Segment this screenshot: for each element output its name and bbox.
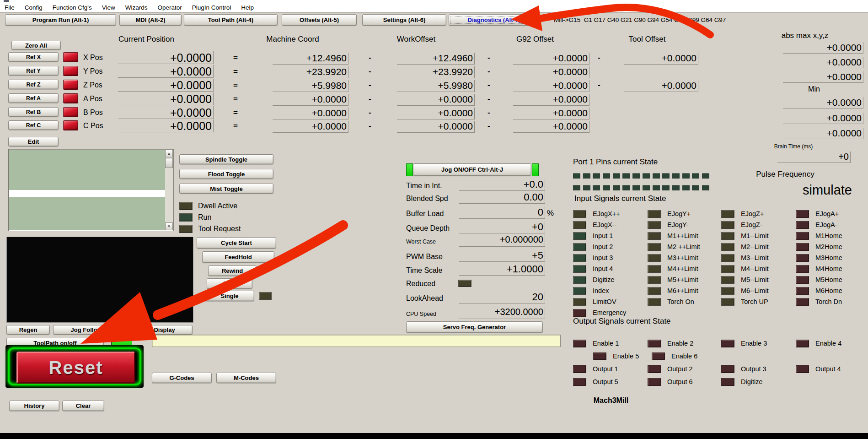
toolpath-display[interactable] [6,237,193,323]
readout-label: Time Scale [406,266,442,275]
signal-led [721,378,734,386]
listbox-scrollbar[interactable]: ▲ ▼ [165,150,173,230]
signal-led [648,287,661,295]
ref-status-led [63,93,78,103]
abs-min-x-dro: +0.0000 [783,97,863,108]
single-step-button[interactable]: Single [205,291,254,301]
machine-coord-dro[interactable]: +23.9920 [273,66,348,78]
jog-follow-button[interactable]: Jog Follow [53,325,119,335]
signal-row: M6Home [796,285,868,296]
current-position-dro[interactable]: +0.0000 [118,92,214,105]
work-offset-dro[interactable]: +0.0000 [397,94,475,106]
machine-coord-dro[interactable]: +0.0000 [273,94,348,106]
scrollbar-thumb[interactable] [165,158,173,168]
minus-sign: - [369,81,371,90]
jog-onoff-button[interactable]: Jog ON/OFF Ctrl-Alt-J [413,163,531,176]
readout-label: Buffer Load [406,210,444,218]
equals-sign: = [233,122,238,131]
bottom-edge-bar [0,433,868,439]
signal-led [648,254,661,262]
ref-axis-button[interactable]: Ref X [8,52,59,62]
g92-offset-dro[interactable]: +0.0000 [513,108,589,119]
g92-offset-dro[interactable]: +0.0000 [513,94,589,106]
equals-sign: = [233,54,238,63]
g92-offset-dro[interactable]: +0.0000 [513,121,589,133]
signal-label: EJogZ+ [741,210,764,217]
signal-label: M2--Limit [741,243,768,250]
reduced-speed-led [458,280,472,287]
g92-offset-dro[interactable]: +0.0000 [513,66,589,78]
clear-button[interactable]: Clear [62,401,104,411]
current-position-dro[interactable]: +0.0000 [118,106,214,119]
minus-sign: - [369,67,371,76]
port1-pins-row-1 [573,173,712,179]
g92-offset-dro[interactable]: +0.0000 [513,80,589,92]
ref-axis-button[interactable]: Ref Y [8,66,59,76]
flood-toggle-button[interactable]: Flood Toggle [179,169,273,179]
minus-sign: - [369,121,371,130]
signal-row: Enable 1 [573,337,653,350]
jog-follow-led [121,325,135,334]
ref-status-led [63,66,78,76]
machine-coord-dro[interactable]: +12.4960 [273,53,348,65]
work-offset-dro[interactable]: +0.0000 [397,108,475,119]
tool-offset-dro[interactable]: +0.0000 [624,80,698,92]
signal-row: M6--Limit [721,285,801,296]
jog-readout-row: Reduced [406,276,545,290]
listbox-entry-block [9,150,165,190]
machine-coord-dro[interactable]: +0.0000 [273,108,348,119]
work-offset-dro[interactable]: +12.4960 [397,53,475,65]
work-offset-dro[interactable]: +23.9920 [397,66,475,78]
minus-sign: - [369,108,371,117]
machine-coord-dro[interactable]: +0.0000 [273,121,348,133]
signal-led [648,298,661,306]
signal-led [796,365,809,373]
edit-button[interactable]: Edit [8,137,59,146]
profile-name-label: Mach3Mill [584,396,638,405]
status-history-listbox[interactable]: ▲ ▼ [8,149,174,231]
ref-axis-button[interactable]: Ref B [8,107,59,117]
signal-row: EJogX++ [573,208,653,219]
g92-offset-dro[interactable]: +0.0000 [513,53,589,65]
minus-sign: - [369,53,371,62]
tool-offset-dro[interactable]: +0.0000 [624,53,698,65]
spindle-toggle-button[interactable]: Spindle Toggle [179,154,273,164]
cycle-start-button[interactable]: Cycle Start [197,237,276,249]
scroll-down-icon[interactable]: ▼ [165,222,173,230]
signal-label: Output 5 [593,378,618,385]
work-offset-dro[interactable]: +5.9980 [397,80,475,92]
signal-label: Enable 4 [815,340,841,347]
regen-button[interactable]: Regen [6,325,50,335]
machine-coord-dro[interactable]: +5.9980 [273,80,348,92]
axis-row: Ref X X Pos +0.0000 = +12.4960 - +12.496… [0,51,868,64]
current-position-dro[interactable]: +0.0000 [118,65,214,78]
ref-axis-button[interactable]: Ref Z [8,80,59,89]
mist-toggle-button[interactable]: Mist Toggle [179,184,273,194]
current-position-dro[interactable]: +0.0000 [118,119,214,132]
output-signals-col-2: Enable 2Enable 6Output 2Output 6 [648,337,728,388]
servo-freq-generator-button[interactable]: Servo Freq. Generator [406,321,543,333]
history-button[interactable]: History [9,401,59,411]
state-led-row: Run [179,211,241,223]
gcodes-button[interactable]: G-Codes [152,373,212,383]
jog-readout-row: Time in Int. +0.0 [406,179,545,192]
work-offset-dro[interactable]: +0.0000 [397,121,475,133]
mcodes-button[interactable]: M-Codes [216,373,276,383]
brain-time-dro: +0 [777,152,851,163]
signal-row: M5--Limit [721,274,801,285]
current-position-dro[interactable]: +0.0000 [118,79,214,92]
signal-led [573,210,586,218]
reset-button[interactable]: Reset [16,352,135,384]
current-position-dro[interactable]: +0.0000 [118,51,214,64]
scroll-up-icon[interactable]: ▲ [165,150,173,157]
signal-label: Output 3 [741,365,766,373]
feedhold-button[interactable]: FeedHold [202,251,274,263]
display-mode-button[interactable]: Display [136,325,193,335]
signal-led [652,352,665,360]
ref-axis-button[interactable]: Ref A [8,93,59,103]
stop-button[interactable]: Stop [207,278,252,289]
signal-led [573,287,586,295]
rewind-button[interactable]: Rewind [208,266,257,276]
ref-axis-button[interactable]: Ref C [8,120,59,130]
input-signals-col-1: EJogX++EJogX--Input 1Input 2Input 3Input… [573,208,653,318]
